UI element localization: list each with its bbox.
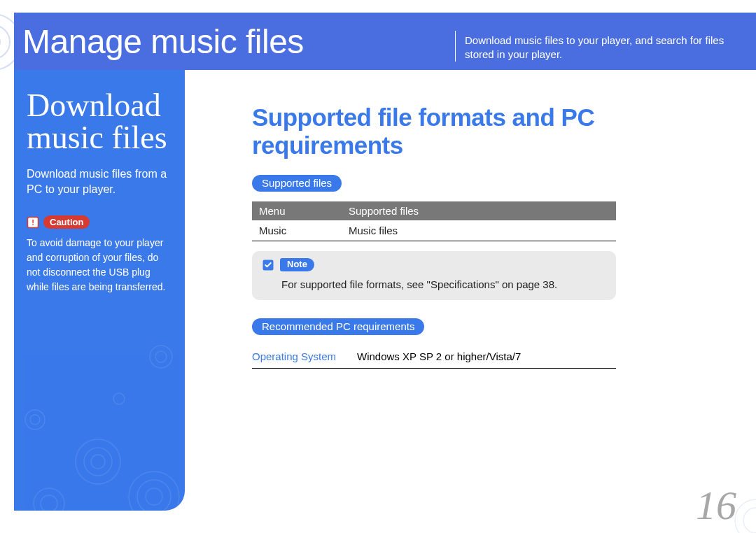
svg-point-7: [76, 439, 120, 484]
svg-point-1: [0, 25, 10, 59]
page-title: Manage music files: [14, 22, 304, 61]
table-cell-files: Music files: [342, 220, 616, 241]
caution-header: ! Caution: [27, 215, 172, 229]
svg-point-10: [129, 471, 179, 511]
svg-point-16: [150, 346, 172, 368]
svg-point-13: [34, 488, 64, 511]
page-number: 16: [696, 482, 736, 529]
note-icon: [262, 259, 274, 271]
table-row: Music Music files: [252, 220, 616, 241]
table-header-row: Menu Supported files: [252, 201, 616, 220]
svg-text:!: !: [31, 218, 34, 226]
table-row: Operating System Windows XP SP 2 or high…: [252, 346, 616, 369]
req-value: Windows XP SP 2 or higher/Vista/7: [357, 346, 616, 369]
supported-files-table: Menu Supported files Music Music files: [252, 201, 616, 241]
svg-point-11: [137, 480, 171, 511]
main-content: Supported file formats and PC requiremen…: [252, 104, 706, 369]
section-title: Download music files: [27, 90, 172, 154]
note-text: For supported file formats, see "Specifi…: [262, 278, 606, 290]
content-heading: Supported file formats and PC requiremen…: [252, 104, 706, 159]
sidebar-panel: Download music files Download music file…: [14, 70, 185, 511]
note-box: Note For supported file formats, see "Sp…: [252, 251, 616, 300]
svg-point-9: [91, 455, 105, 469]
page-header: Manage music files Download music files …: [14, 13, 756, 70]
page-description: Download music files to your player, and…: [465, 34, 750, 62]
table-header-supported: Supported files: [342, 201, 616, 220]
table-header-menu: Menu: [252, 201, 342, 220]
section-title-line1: Download: [27, 87, 161, 123]
section-title-line2: music files: [27, 120, 167, 155]
svg-point-8: [84, 448, 112, 476]
svg-point-17: [155, 351, 167, 362]
caution-text: To avoid damage to your player and corru…: [27, 236, 172, 294]
svg-point-4: [743, 508, 756, 533]
caution-icon: !: [27, 216, 39, 229]
caution-label: Caution: [43, 215, 90, 229]
pc-requirements-pill: Recommended PC requirements: [252, 318, 424, 335]
svg-point-12: [146, 488, 162, 505]
req-label: Operating System: [252, 346, 357, 369]
section-subtitle: Download music files from a PC to your p…: [27, 166, 172, 197]
svg-point-15: [113, 393, 125, 404]
table-cell-menu: Music: [252, 220, 342, 241]
svg-point-6: [30, 415, 40, 425]
header-divider: [455, 31, 456, 62]
svg-point-3: [735, 499, 756, 533]
svg-point-14: [41, 495, 57, 511]
note-header: Note: [262, 258, 606, 271]
supported-files-pill: Supported files: [252, 175, 342, 192]
svg-point-5: [25, 410, 45, 429]
pc-requirements-table: Operating System Windows XP SP 2 or high…: [252, 346, 616, 369]
note-label: Note: [280, 258, 314, 271]
